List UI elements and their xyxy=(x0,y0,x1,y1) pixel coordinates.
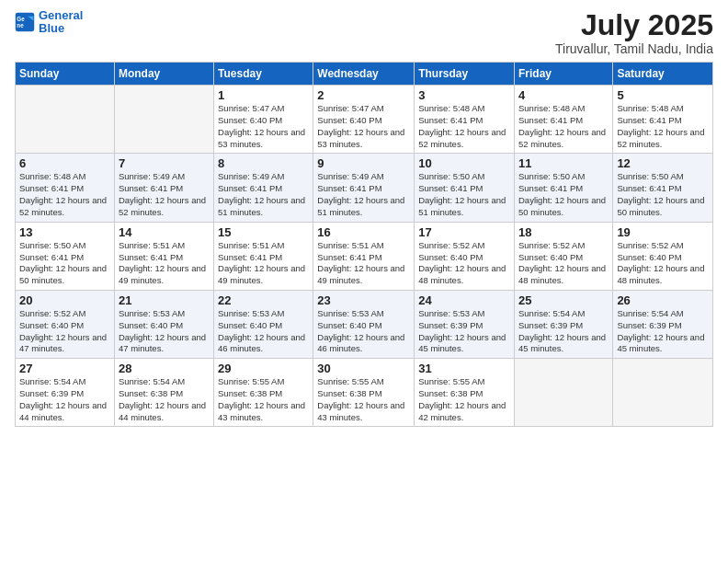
calendar-cell: 4Sunrise: 5:48 AMSunset: 6:41 PMDaylight… xyxy=(514,86,612,154)
sunset-text: Sunset: 6:41 PM xyxy=(518,115,583,125)
sunrise-text: Sunrise: 5:50 AM xyxy=(19,240,85,250)
calendar-cell: 6Sunrise: 5:48 AMSunset: 6:41 PMDaylight… xyxy=(16,154,115,222)
day-info: Sunrise: 5:48 AMSunset: 6:41 PMDaylight:… xyxy=(19,171,110,218)
calendar-week-1: 1Sunrise: 5:47 AMSunset: 6:40 PMDaylight… xyxy=(16,86,713,154)
day-number: 1 xyxy=(218,88,309,102)
daylight-text: Daylight: 12 hours and 46 minutes. xyxy=(317,332,404,354)
calendar: SundayMondayTuesdayWednesdayThursdayFrid… xyxy=(15,62,713,427)
calendar-cell: 31Sunrise: 5:55 AMSunset: 6:38 PMDayligh… xyxy=(415,359,515,427)
calendar-week-3: 13Sunrise: 5:50 AMSunset: 6:41 PMDayligh… xyxy=(16,222,713,290)
sunrise-text: Sunrise: 5:54 AM xyxy=(19,376,85,386)
svg-text:Ge: Ge xyxy=(17,17,25,23)
sunrise-text: Sunrise: 5:54 AM xyxy=(617,308,683,318)
calendar-cell: 26Sunrise: 5:54 AMSunset: 6:39 PMDayligh… xyxy=(613,290,713,358)
sunset-text: Sunset: 6:38 PM xyxy=(119,388,183,398)
daylight-text: Daylight: 12 hours and 49 minutes. xyxy=(119,263,206,285)
sunset-text: Sunset: 6:41 PM xyxy=(317,183,381,193)
day-info: Sunrise: 5:54 AMSunset: 6:39 PMDaylight:… xyxy=(617,308,709,355)
col-header-sunday: Sunday xyxy=(16,63,115,86)
sunset-text: Sunset: 6:38 PM xyxy=(218,388,282,398)
day-info: Sunrise: 5:47 AMSunset: 6:40 PMDaylight:… xyxy=(218,103,309,150)
calendar-week-4: 20Sunrise: 5:52 AMSunset: 6:40 PMDayligh… xyxy=(16,290,713,358)
sunrise-text: Sunrise: 5:51 AM xyxy=(119,240,185,250)
daylight-text: Daylight: 12 hours and 47 minutes. xyxy=(119,332,206,354)
sunrise-text: Sunrise: 5:50 AM xyxy=(617,171,683,181)
calendar-cell: 25Sunrise: 5:54 AMSunset: 6:39 PMDayligh… xyxy=(514,290,612,358)
sunset-text: Sunset: 6:41 PM xyxy=(119,252,183,262)
calendar-cell xyxy=(514,359,612,427)
day-info: Sunrise: 5:54 AMSunset: 6:39 PMDaylight:… xyxy=(518,308,609,355)
sunset-text: Sunset: 6:41 PM xyxy=(218,252,282,262)
day-number: 10 xyxy=(418,156,510,170)
daylight-text: Daylight: 12 hours and 42 minutes. xyxy=(418,400,506,422)
day-info: Sunrise: 5:48 AMSunset: 6:41 PMDaylight:… xyxy=(418,103,510,150)
sunset-text: Sunset: 6:40 PM xyxy=(19,320,84,330)
sunset-text: Sunset: 6:41 PM xyxy=(19,252,84,262)
col-header-saturday: Saturday xyxy=(613,63,713,86)
calendar-week-5: 27Sunrise: 5:54 AMSunset: 6:39 PMDayligh… xyxy=(16,359,713,427)
sunrise-text: Sunrise: 5:52 AM xyxy=(518,240,585,250)
sunset-text: Sunset: 6:39 PM xyxy=(617,320,681,330)
calendar-cell: 9Sunrise: 5:49 AMSunset: 6:41 PMDaylight… xyxy=(313,154,415,222)
logo: Ge ne General Blue xyxy=(15,9,83,36)
sunrise-text: Sunrise: 5:50 AM xyxy=(518,171,585,181)
day-info: Sunrise: 5:55 AMSunset: 6:38 PMDaylight:… xyxy=(418,376,510,423)
sunrise-text: Sunrise: 5:53 AM xyxy=(218,308,284,318)
day-number: 14 xyxy=(119,225,210,239)
calendar-cell: 1Sunrise: 5:47 AMSunset: 6:40 PMDaylight… xyxy=(214,86,313,154)
day-number: 2 xyxy=(317,88,410,102)
calendar-cell: 22Sunrise: 5:53 AMSunset: 6:40 PMDayligh… xyxy=(214,290,313,358)
day-info: Sunrise: 5:52 AMSunset: 6:40 PMDaylight:… xyxy=(617,240,709,287)
sunrise-text: Sunrise: 5:48 AM xyxy=(518,103,585,113)
calendar-cell xyxy=(114,86,213,154)
sunset-text: Sunset: 6:41 PM xyxy=(518,183,583,193)
sunrise-text: Sunrise: 5:48 AM xyxy=(617,103,683,113)
daylight-text: Daylight: 12 hours and 47 minutes. xyxy=(19,332,107,354)
sunrise-text: Sunrise: 5:52 AM xyxy=(19,308,85,318)
col-header-tuesday: Tuesday xyxy=(214,63,313,86)
svg-text:ne: ne xyxy=(17,23,24,29)
day-number: 23 xyxy=(317,293,410,307)
sunrise-text: Sunrise: 5:47 AM xyxy=(218,103,284,113)
daylight-text: Daylight: 12 hours and 48 minutes. xyxy=(617,263,704,285)
col-header-wednesday: Wednesday xyxy=(313,63,415,86)
calendar-cell: 29Sunrise: 5:55 AMSunset: 6:38 PMDayligh… xyxy=(214,359,313,427)
day-number: 19 xyxy=(617,225,709,239)
sunset-text: Sunset: 6:40 PM xyxy=(617,252,681,262)
day-info: Sunrise: 5:50 AMSunset: 6:41 PMDaylight:… xyxy=(418,171,510,218)
daylight-text: Daylight: 12 hours and 48 minutes. xyxy=(518,263,606,285)
daylight-text: Daylight: 12 hours and 51 minutes. xyxy=(317,195,404,217)
sunset-text: Sunset: 6:41 PM xyxy=(317,252,381,262)
calendar-cell: 5Sunrise: 5:48 AMSunset: 6:41 PMDaylight… xyxy=(613,86,713,154)
sunset-text: Sunset: 6:40 PM xyxy=(518,252,583,262)
day-number: 29 xyxy=(218,362,309,375)
sunrise-text: Sunrise: 5:54 AM xyxy=(518,308,585,318)
day-info: Sunrise: 5:51 AMSunset: 6:41 PMDaylight:… xyxy=(218,240,309,287)
day-number: 31 xyxy=(418,362,510,375)
calendar-cell: 16Sunrise: 5:51 AMSunset: 6:41 PMDayligh… xyxy=(313,222,415,290)
day-info: Sunrise: 5:47 AMSunset: 6:40 PMDaylight:… xyxy=(317,103,410,150)
day-number: 7 xyxy=(119,156,210,170)
day-number: 3 xyxy=(418,88,510,102)
sunrise-text: Sunrise: 5:53 AM xyxy=(317,308,383,318)
calendar-cell: 3Sunrise: 5:48 AMSunset: 6:41 PMDaylight… xyxy=(415,86,515,154)
daylight-text: Daylight: 12 hours and 45 minutes. xyxy=(418,332,506,354)
calendar-cell: 17Sunrise: 5:52 AMSunset: 6:40 PMDayligh… xyxy=(415,222,515,290)
day-info: Sunrise: 5:50 AMSunset: 6:41 PMDaylight:… xyxy=(518,171,609,218)
daylight-text: Daylight: 12 hours and 52 minutes. xyxy=(418,127,506,149)
sunrise-text: Sunrise: 5:53 AM xyxy=(418,308,484,318)
calendar-cell: 23Sunrise: 5:53 AMSunset: 6:40 PMDayligh… xyxy=(313,290,415,358)
day-info: Sunrise: 5:52 AMSunset: 6:40 PMDaylight:… xyxy=(518,240,609,287)
day-info: Sunrise: 5:53 AMSunset: 6:40 PMDaylight:… xyxy=(119,308,210,355)
day-info: Sunrise: 5:48 AMSunset: 6:41 PMDaylight:… xyxy=(617,103,709,150)
sunset-text: Sunset: 6:41 PM xyxy=(418,183,483,193)
daylight-text: Daylight: 12 hours and 43 minutes. xyxy=(317,400,404,422)
day-number: 18 xyxy=(518,225,609,239)
sunrise-text: Sunrise: 5:55 AM xyxy=(317,376,383,386)
day-info: Sunrise: 5:52 AMSunset: 6:40 PMDaylight:… xyxy=(418,240,510,287)
day-info: Sunrise: 5:54 AMSunset: 6:39 PMDaylight:… xyxy=(19,376,110,423)
sunrise-text: Sunrise: 5:50 AM xyxy=(418,171,484,181)
sunrise-text: Sunrise: 5:52 AM xyxy=(418,240,484,250)
daylight-text: Daylight: 12 hours and 49 minutes. xyxy=(317,263,404,285)
calendar-cell xyxy=(613,359,713,427)
